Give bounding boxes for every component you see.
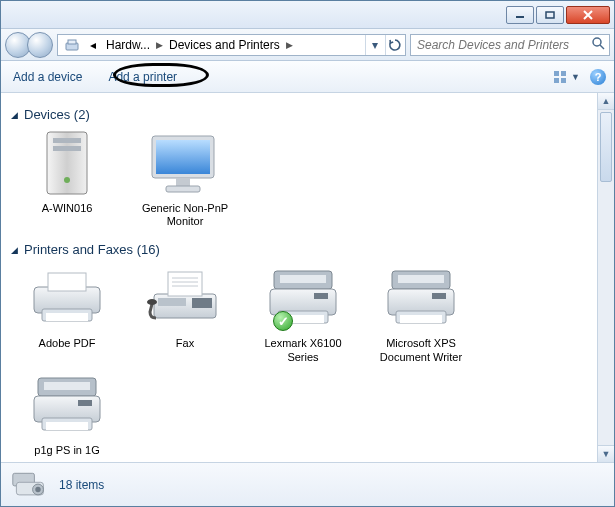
item-label: A-WIN016 (42, 202, 93, 215)
group-header-devices[interactable]: ◢ Devices (2) (11, 107, 587, 122)
svg-point-4 (593, 38, 601, 46)
fax-icon (145, 263, 225, 335)
group-items-printers: Adobe PDF Fax (17, 263, 587, 462)
svg-point-51 (35, 486, 40, 491)
scroll-thumb[interactable] (600, 112, 612, 182)
scroll-down-button[interactable]: ▼ (598, 445, 614, 462)
svg-rect-3 (68, 40, 76, 44)
group-items-devices: A-WIN016 Generic Non-PnP Monitor (17, 128, 587, 234)
printer-xps[interactable]: Microsoft XPS Document Writer (371, 263, 471, 363)
help-button[interactable]: ? (590, 69, 606, 85)
titlebar (1, 1, 614, 29)
svg-rect-1 (546, 12, 554, 18)
svg-rect-27 (192, 298, 212, 308)
group-header-printers[interactable]: ◢ Printers and Faxes (16) (11, 242, 587, 257)
search-icon (591, 36, 605, 53)
svg-rect-7 (561, 71, 566, 76)
status-bar: 18 items (1, 462, 614, 506)
add-device-button[interactable]: Add a device (9, 68, 86, 86)
printer-p1g[interactable]: p1g PS in 1G (17, 370, 117, 457)
svg-rect-6 (554, 71, 559, 76)
svg-rect-8 (554, 78, 559, 83)
breadcrumb-hardware[interactable]: Hardw... (102, 35, 154, 55)
svg-rect-11 (53, 138, 81, 143)
item-label: Lexmark X6100 Series (253, 337, 353, 363)
address-bar[interactable]: ◂ Hardw... ▶ Devices and Printers ▶ ▾ (57, 34, 406, 56)
status-count: 18 items (59, 478, 104, 492)
add-printer-button[interactable]: Add a printer (104, 68, 181, 86)
computer-tower-icon (27, 128, 107, 200)
item-label: Fax (176, 337, 194, 350)
monitor-icon (145, 128, 225, 200)
minimize-button[interactable] (506, 6, 534, 24)
svg-line-5 (600, 45, 604, 49)
svg-rect-37 (398, 275, 444, 283)
search-box[interactable] (410, 34, 610, 56)
chevron-right-icon: ▶ (156, 40, 163, 50)
svg-rect-21 (46, 313, 88, 321)
content-pane: ◢ Devices (2) A-WIN016 (1, 93, 597, 462)
item-label: Generic Non-PnP Monitor (135, 202, 235, 228)
svg-rect-41 (432, 293, 446, 299)
vertical-scrollbar[interactable]: ▲ ▼ (597, 93, 614, 462)
collapse-icon: ◢ (11, 245, 18, 255)
breadcrumb-prev[interactable]: ◂ (86, 35, 100, 55)
svg-rect-46 (46, 422, 88, 430)
scroll-track[interactable] (598, 110, 614, 445)
svg-rect-23 (168, 272, 202, 296)
view-options-button[interactable]: ▼ (553, 70, 580, 84)
maximize-button[interactable] (536, 6, 564, 24)
printer-icon (27, 263, 107, 335)
device-monitor[interactable]: Generic Non-PnP Monitor (135, 128, 235, 228)
svg-rect-9 (561, 78, 566, 83)
forward-button[interactable] (27, 32, 53, 58)
svg-rect-31 (280, 275, 326, 283)
svg-rect-28 (158, 298, 186, 306)
item-label: Microsoft XPS Document Writer (371, 337, 471, 363)
printer-fax[interactable]: Fax (135, 263, 235, 363)
device-computer[interactable]: A-WIN016 (17, 128, 117, 228)
svg-rect-47 (78, 400, 92, 406)
mfp-icon: ✓ (263, 263, 343, 335)
item-label: Adobe PDF (39, 337, 96, 350)
svg-rect-19 (48, 273, 86, 291)
toolbar: Add a device Add a printer ▼ ? (1, 61, 614, 93)
printer-lexmark[interactable]: ✓ Lexmark X6100 Series (253, 263, 353, 363)
svg-point-29 (147, 299, 157, 305)
mfp-icon (381, 263, 461, 335)
svg-rect-12 (53, 146, 81, 151)
mfp-icon (27, 370, 107, 442)
scroll-up-button[interactable]: ▲ (598, 93, 614, 110)
svg-point-13 (64, 177, 70, 183)
collapse-icon: ◢ (11, 110, 18, 120)
devices-summary-icon (11, 469, 47, 501)
svg-rect-40 (400, 315, 442, 323)
refresh-button[interactable] (385, 35, 403, 55)
svg-rect-15 (156, 140, 210, 174)
navbar: ◂ Hardw... ▶ Devices and Printers ▶ ▾ (1, 29, 614, 61)
svg-rect-35 (314, 293, 328, 299)
close-button[interactable] (566, 6, 610, 24)
svg-rect-17 (166, 186, 200, 192)
breadcrumb-root-icon[interactable] (60, 35, 84, 55)
chevron-right-icon: ▶ (286, 40, 293, 50)
item-label: p1g PS in 1G (34, 444, 99, 457)
breadcrumb-devices-printers[interactable]: Devices and Printers (165, 35, 284, 55)
svg-rect-16 (176, 178, 190, 186)
printer-adobe-pdf[interactable]: Adobe PDF (17, 263, 117, 363)
search-input[interactable] (415, 37, 587, 53)
svg-rect-43 (44, 382, 90, 390)
address-dropdown[interactable]: ▾ (365, 35, 383, 55)
